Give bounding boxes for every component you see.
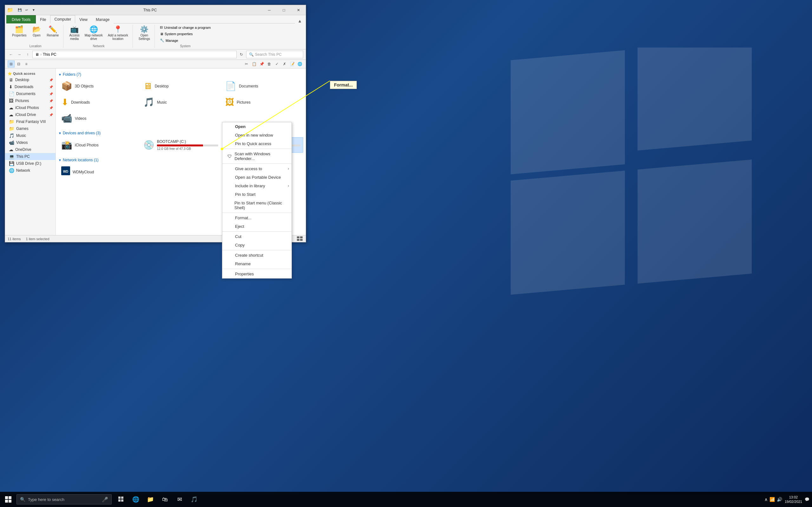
- open-button[interactable]: 📂 Open: [30, 25, 44, 38]
- sidebar-item-desktop[interactable]: 🖥 Desktop 📌: [5, 76, 55, 83]
- folder-3d-objects[interactable]: 📦 3D Objects: [58, 78, 139, 94]
- start-button[interactable]: [0, 492, 16, 507]
- rename-button[interactable]: ✏️ Rename: [45, 25, 61, 38]
- sidebar-item-pictures[interactable]: 🖼 Pictures 📌: [5, 97, 55, 104]
- cut-tool[interactable]: ✂: [243, 60, 250, 67]
- delete-tool[interactable]: 🗑: [266, 60, 273, 67]
- ctx-pin-start-classic[interactable]: Pin to Start menu (Classic Shell): [222, 199, 292, 212]
- ctx-cut[interactable]: Cut: [222, 232, 292, 241]
- close-button[interactable]: ✕: [291, 5, 306, 15]
- sidebar-item-downloads[interactable]: ⬇ Downloads 📌: [5, 83, 55, 90]
- undo-btn[interactable]: ↩: [23, 7, 30, 13]
- check-tool[interactable]: ✓: [273, 60, 281, 67]
- folder-music[interactable]: 🎵 Music: [141, 95, 221, 110]
- store-button[interactable]: 🛍: [158, 492, 172, 507]
- uncheck-tool[interactable]: ✗: [281, 60, 288, 67]
- chevron-up-icon[interactable]: ∧: [764, 497, 768, 502]
- sidebar-item-this-pc[interactable]: 💻 This PC: [5, 153, 55, 160]
- svg-rect-18: [118, 499, 120, 502]
- folder-videos[interactable]: 📹 Videos: [58, 111, 139, 126]
- drive-icloud-photos[interactable]: 📸 iCloud Photos: [58, 137, 139, 153]
- music-icon: 🎵: [9, 133, 14, 138]
- icloud-photos-drive-name: iCloud Photos: [75, 143, 136, 147]
- refresh-button[interactable]: ↻: [238, 51, 245, 58]
- properties-button[interactable]: 🗂️ Properties: [10, 25, 29, 38]
- list-view[interactable]: ≡: [23, 60, 30, 67]
- ctx-pin-quick-access[interactable]: Pin to Quick access: [222, 139, 292, 148]
- file-explorer-taskbar-button[interactable]: 📁: [143, 492, 157, 507]
- sidebar-item-final-fantasy[interactable]: 📁 Final Fantasy VIII: [5, 118, 55, 125]
- folder-videos-icon: 📹: [61, 113, 72, 124]
- paste-tool[interactable]: 📌: [258, 60, 265, 67]
- taskbar-search[interactable]: 🔍 Type here to search 🎤: [16, 494, 112, 504]
- share-tool[interactable]: 🌐: [296, 60, 303, 67]
- ctx-open-new-window[interactable]: Open in new window: [222, 131, 292, 139]
- sidebar-item-music[interactable]: 🎵 Music: [5, 132, 55, 139]
- ctx-pin-start[interactable]: Pin to Start: [222, 190, 292, 199]
- search-box[interactable]: 🔍 Search This PC: [246, 51, 303, 58]
- up-button[interactable]: ↑: [24, 51, 31, 58]
- access-media-button[interactable]: 📺 Accessmedia: [67, 25, 81, 42]
- drive-bootcamp[interactable]: 💿 BOOTCAMP (C:) 12.0 GB free of 47.3 GB: [141, 137, 221, 153]
- sidebar-item-games[interactable]: 📁 Games: [5, 125, 55, 132]
- uninstall-button[interactable]: ⊟ Uninstall or change a program: [159, 25, 212, 30]
- mail-button[interactable]: ✉: [172, 492, 187, 507]
- ctx-divider-4: [222, 231, 292, 232]
- ctx-copy[interactable]: Copy: [222, 241, 292, 249]
- copy-tool[interactable]: 📋: [251, 60, 258, 67]
- notifications-button[interactable]: 💬: [805, 497, 809, 502]
- folder-pictures[interactable]: 🖼 Pictures: [222, 95, 303, 110]
- volume-tray-icon[interactable]: 🔊: [777, 497, 782, 502]
- ctx-eject[interactable]: Eject: [222, 222, 292, 231]
- manage-button[interactable]: 🔧 Manage: [159, 38, 212, 43]
- tab-file[interactable]: File: [36, 15, 50, 23]
- add-network-button[interactable]: 📍 Add a networklocation: [106, 25, 130, 42]
- ctx-rename[interactable]: Rename: [222, 260, 292, 268]
- ctx-give-access[interactable]: Give access to ›: [222, 164, 292, 173]
- maximize-button[interactable]: □: [276, 5, 291, 15]
- ctx-properties[interactable]: Properties: [222, 270, 292, 278]
- folders-toggle[interactable]: ▼: [58, 73, 61, 76]
- ctx-include-library[interactable]: Include in library ›: [222, 181, 292, 190]
- forward-button[interactable]: →: [16, 51, 23, 58]
- desktop-pin: 📌: [49, 78, 53, 82]
- dropdown-btn[interactable]: ▼: [31, 7, 37, 13]
- taskbar-clock[interactable]: 13:02 19/02/2021: [785, 495, 802, 504]
- drives-toggle[interactable]: ▼: [58, 131, 61, 135]
- tab-manage[interactable]: Manage: [92, 15, 113, 23]
- network-tray-icon[interactable]: 📶: [769, 497, 775, 502]
- media-button[interactable]: 🎵: [187, 492, 201, 507]
- system-properties-button[interactable]: 🖥 System properties: [159, 32, 212, 37]
- back-button[interactable]: ←: [8, 51, 14, 58]
- taskbar-search-placeholder: Type here to search: [28, 497, 64, 502]
- ctx-format[interactable]: Format...: [222, 214, 292, 222]
- sidebar-item-usb-drive[interactable]: 💾 USB Drive (D:): [5, 160, 55, 167]
- sidebar-item-icloud-drive[interactable]: ☁ iCloud Drive 📌: [5, 111, 55, 118]
- folder-downloads[interactable]: ⬇ Downloads: [58, 95, 139, 110]
- folder-documents[interactable]: 📄 Documents: [222, 78, 303, 94]
- large-icons-view[interactable]: ⊞: [8, 60, 14, 67]
- address-path[interactable]: 🖥 › This PC: [32, 51, 237, 58]
- map-network-button[interactable]: 🌐 Map networkdrive: [83, 25, 105, 42]
- sidebar-item-onedrive[interactable]: ☁ OneDrive: [5, 146, 55, 153]
- tab-drive-tools[interactable]: Drive Tools: [6, 15, 36, 23]
- ctx-scan-defender[interactable]: 🛡 Scan with Windows Defender...: [222, 150, 292, 163]
- edge-button[interactable]: 🌐: [129, 492, 143, 507]
- minimize-button[interactable]: ─: [262, 5, 276, 15]
- ctx-create-shortcut[interactable]: Create shortcut: [222, 251, 292, 260]
- sidebar-item-icloud-photos[interactable]: ☁ iCloud Photos 📌: [5, 104, 55, 111]
- task-view-button[interactable]: [114, 492, 128, 507]
- tab-view[interactable]: View: [75, 15, 92, 23]
- small-icons-view[interactable]: ⊟: [15, 60, 22, 67]
- ctx-open-portable[interactable]: Open as Portable Device: [222, 173, 292, 181]
- network-toggle[interactable]: ▼: [58, 158, 61, 162]
- sidebar-item-network[interactable]: 🌐 Network: [5, 167, 55, 174]
- ctx-open[interactable]: Open: [222, 122, 292, 131]
- sidebar-item-documents[interactable]: 📄 Documents 📌: [5, 90, 55, 97]
- rename-tool[interactable]: 📝: [289, 60, 296, 67]
- open-settings-button[interactable]: ⚙️ OpenSettings: [137, 25, 152, 42]
- tab-computer[interactable]: Computer: [50, 15, 75, 23]
- quick-save-btn[interactable]: 💾: [16, 7, 23, 13]
- folder-desktop[interactable]: 🖥 Desktop: [141, 78, 221, 94]
- sidebar-item-videos[interactable]: 📹 Videos: [5, 139, 55, 146]
